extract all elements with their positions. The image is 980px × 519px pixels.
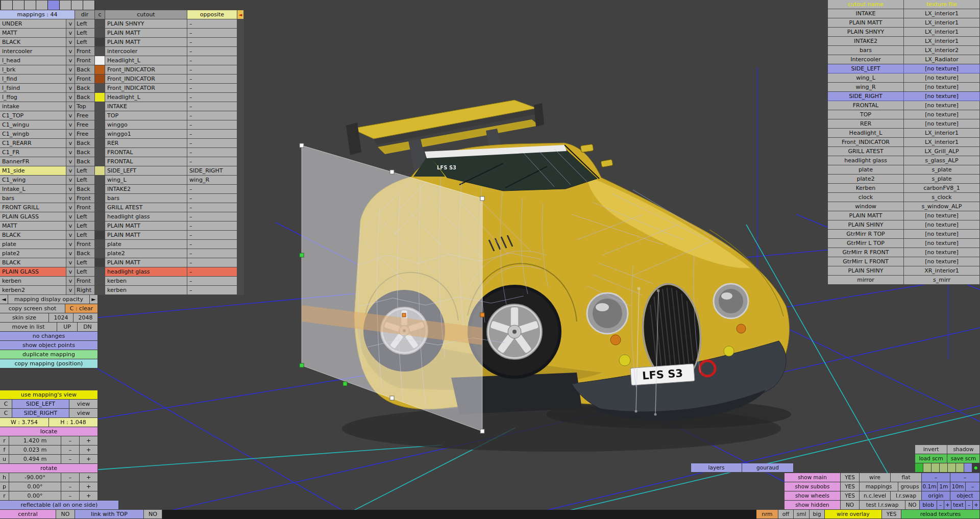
mapping-name-cell[interactable]: UNDER: [0, 19, 66, 29]
mapping-name-cell[interactable]: plate: [0, 240, 66, 249]
mapping-cutout-cell[interactable]: headlight glass: [105, 212, 187, 221]
texture-file-cell[interactable]: [no texture]: [904, 119, 980, 129]
color-swatch[interactable]: [95, 29, 105, 38]
mapping-dir-cell[interactable]: Front: [75, 75, 95, 84]
mapping-opposite-cell[interactable]: –: [187, 148, 237, 157]
decrement-button[interactable]: –: [61, 436, 80, 446]
mapping-name-cell[interactable]: intake: [0, 102, 66, 111]
mapping-name-cell[interactable]: BLACK: [0, 258, 66, 267]
color-swatch[interactable]: [95, 102, 105, 111]
mapping-name-cell[interactable]: l_find: [0, 75, 66, 84]
mapping-dir-cell[interactable]: Front: [75, 240, 95, 249]
mapping-cutout-cell[interactable]: plate2: [105, 249, 187, 258]
show-wheels-toggle[interactable]: YES: [841, 491, 860, 501]
mapping-name-cell[interactable]: intercooler: [0, 47, 66, 56]
side-right-view-button[interactable]: view: [69, 409, 98, 418]
mapping-name-cell[interactable]: C1_TOP: [0, 111, 66, 120]
mapping-cutout-cell[interactable]: TOP: [105, 111, 187, 120]
nrm-button[interactable]: nrm: [756, 510, 778, 519]
mapping-dir-cell[interactable]: Left: [75, 176, 95, 185]
mapping-cutout-cell[interactable]: bars: [105, 194, 187, 203]
nrm-big-button[interactable]: big: [810, 510, 825, 519]
menu-item[interactable]: [36, 1, 48, 10]
origin-button[interactable]: origin: [922, 491, 950, 501]
show-object-points-button[interactable]: show object points: [0, 341, 98, 350]
mapping-name-cell[interactable]: C1_wingb: [0, 130, 66, 139]
visible-toggle[interactable]: v: [66, 212, 75, 221]
mapping-name-cell[interactable]: l_fsind: [0, 84, 66, 93]
visible-toggle[interactable]: v: [66, 249, 75, 258]
mapping-dir-cell[interactable]: Back: [75, 249, 95, 258]
mapping-name-cell[interactable]: plate2: [0, 249, 66, 258]
mapping-cutout-cell[interactable]: plate: [105, 240, 187, 249]
locate-value[interactable]: 0.494 m: [9, 455, 61, 464]
texture-file-cell[interactable]: LX_interior1: [904, 18, 980, 28]
mapping-opposite-cell[interactable]: –: [187, 185, 237, 194]
visible-toggle[interactable]: v: [66, 258, 75, 267]
mapping-opposite-cell[interactable]: –: [187, 56, 237, 65]
mapping-opposite-cell[interactable]: –: [187, 65, 237, 75]
color-swatch[interactable]: [95, 111, 105, 120]
cutout-name-cell[interactable]: GtrMirr L TOP: [828, 239, 904, 248]
mapping-dir-cell[interactable]: Front: [75, 277, 95, 286]
texture-file-cell[interactable]: s_plate: [904, 165, 980, 175]
cutout-name-cell[interactable]: Headlight_L: [828, 129, 904, 138]
dash-button[interactable]: –: [966, 482, 980, 491]
decrement-button[interactable]: –: [61, 491, 80, 501]
mapping-cutout-cell[interactable]: headlight glass: [105, 267, 187, 277]
menu-item[interactable]: [13, 1, 24, 10]
nrm-sml-button[interactable]: sml: [794, 510, 810, 519]
texture-file-cell[interactable]: [no texture]: [904, 257, 980, 266]
mapping-cutout-cell[interactable]: intercooler: [105, 47, 187, 56]
mapping-cutout-cell[interactable]: PLAIN MATT: [105, 38, 187, 47]
mapping-dir-cell[interactable]: Back: [75, 65, 95, 75]
use-mappings-view-button[interactable]: use mapping's view: [0, 390, 98, 400]
collapse-arrow-icon[interactable]: ◄: [237, 10, 244, 19]
nrm-off-button[interactable]: off: [778, 510, 794, 519]
texture-file-cell[interactable]: [no texture]: [904, 239, 980, 248]
copy-screenshot-button[interactable]: copy screen shot: [0, 304, 65, 313]
cutout-name-cell[interactable]: TOP: [828, 110, 904, 119]
mapping-name-cell[interactable]: C1_wing: [0, 176, 66, 185]
cutout-name-cell[interactable]: RER: [828, 119, 904, 129]
object-button[interactable]: object: [950, 491, 980, 501]
lr-swap-button[interactable]: l.r.swap: [891, 491, 922, 501]
reload-textures-button[interactable]: reload textures: [901, 510, 980, 519]
texture-file-cell[interactable]: LX_interior1: [904, 138, 980, 147]
decrement-button[interactable]: –: [61, 473, 80, 482]
move-up-button[interactable]: UP: [57, 323, 78, 332]
locate-value[interactable]: 1.420 m: [9, 436, 61, 446]
cutout-name-cell[interactable]: mirror: [828, 276, 904, 285]
mapping-opposite-cell[interactable]: –: [187, 47, 237, 56]
save-scm-button[interactable]: save scm: [947, 454, 980, 463]
visible-toggle[interactable]: v: [66, 185, 75, 194]
mapping-cutout-cell[interactable]: PLAIN MATT: [105, 231, 187, 240]
mapping-name-cell[interactable]: C1_FR: [0, 148, 66, 157]
mapping-name-cell[interactable]: PLAIN GLASS: [0, 212, 66, 221]
mapping-cutout-cell[interactable]: Front_INDICATOR: [105, 84, 187, 93]
texture-file-cell[interactable]: LX_Grill_ALP: [904, 147, 980, 156]
texture-file-cell[interactable]: [no texture]: [904, 230, 980, 239]
mapping-name-cell[interactable]: BLACK: [0, 38, 66, 47]
visible-toggle[interactable]: v: [66, 120, 75, 130]
view-letter-button[interactable]: [932, 463, 940, 473]
copy-mapping-position-button[interactable]: copy mapping (position): [0, 359, 98, 368]
texture-file-cell[interactable]: [no texture]: [904, 101, 980, 110]
dash-button[interactable]: –: [950, 473, 980, 482]
center-side-left-button[interactable]: C: [0, 400, 12, 409]
texture-file-cell[interactable]: LX_Radiator: [904, 55, 980, 64]
visible-toggle[interactable]: v: [66, 56, 75, 65]
mapping-opposite-cell[interactable]: –: [187, 84, 237, 93]
text-button[interactable]: text: [951, 501, 966, 510]
mapping-name-cell[interactable]: FRONT GRILL: [0, 203, 66, 212]
menu-item[interactable]: [24, 1, 36, 10]
increment-button[interactable]: +: [80, 491, 98, 501]
mapping-cutout-cell[interactable]: Headlight_L: [105, 56, 187, 65]
mapping-cutout-cell[interactable]: Front_INDICATOR: [105, 65, 187, 75]
view-letter-button[interactable]: [923, 463, 932, 473]
mappings-button[interactable]: mappings: [860, 482, 898, 491]
mapping-opposite-cell[interactable]: –: [187, 120, 237, 130]
texture-file-cell[interactable]: LX_interior1: [904, 28, 980, 37]
mapping-cutout-cell[interactable]: PLAIN MATT: [105, 29, 187, 38]
side-left-button[interactable]: SIDE_LEFT: [12, 400, 69, 409]
